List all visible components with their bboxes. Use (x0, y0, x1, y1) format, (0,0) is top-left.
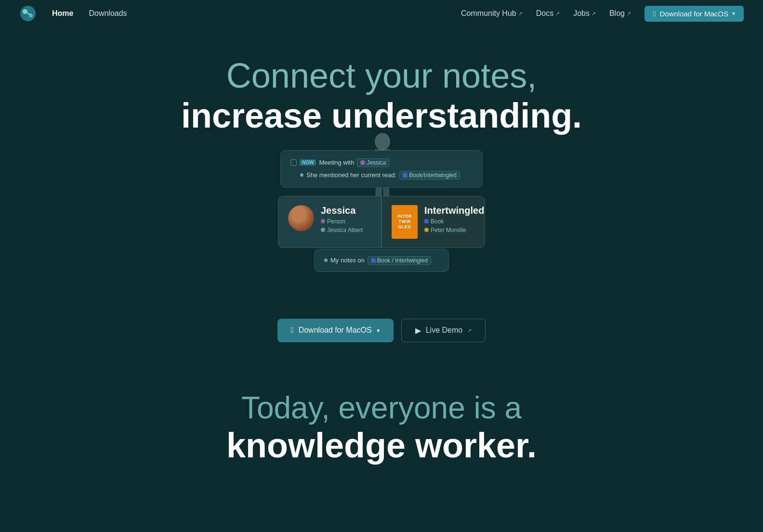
note-card: NOW Meeting with Jessica She mentioned h… (280, 150, 483, 188)
person-info: Jessica Person Jessica Albert (321, 205, 363, 234)
person-tag: Person (321, 218, 363, 225)
external-link-icon: ↗ (592, 11, 596, 17)
book-author-tag: Peter Morville (424, 227, 484, 234)
chevron-down-icon: ▾ (732, 10, 735, 17)
cta-live-demo-button[interactable]: ▶ Live Demo ↗ (401, 319, 486, 342)
bottom-note-card: My notes on Book / Intertwingled (314, 249, 449, 272)
hero-section: Connect your notes, increase understandi… (0, 27, 763, 342)
navbar: Home Downloads Community Hub ↗ Docs ↗ Jo… (0, 0, 763, 27)
svg-point-1 (23, 9, 27, 14)
nav-home-link[interactable]: Home (52, 9, 73, 18)
person-dot-icon (321, 219, 325, 223)
person-name: Jessica (321, 205, 363, 216)
cta-download-button[interactable]:  Download for MacOS ▾ (277, 319, 394, 342)
book-tag: Book (424, 218, 484, 225)
bottom-section: Today, everyone is a knowledge worker. (0, 390, 763, 485)
person-subtag: Jessica Albert (321, 227, 363, 234)
svg-point-4 (375, 133, 390, 150)
external-link-icon: ↗ (518, 11, 523, 17)
avatar (288, 205, 314, 231)
demo-area: NOW Meeting with Jessica She mentioned h… (174, 145, 589, 290)
apple-icon:  (291, 326, 294, 335)
book-dot-icon (424, 219, 429, 223)
apple-icon:  (653, 10, 656, 18)
nav-blog-link[interactable]: Blog ↗ (609, 9, 631, 18)
hero-title: Connect your notes, increase understandi… (181, 56, 582, 136)
book-tag[interactable]: Book/Intertwingled (399, 171, 460, 180)
bottom-book-tag[interactable]: Book / Intertwingled (368, 256, 431, 265)
book-cover: INTER TWIN GLED (392, 205, 418, 239)
logo-icon[interactable] (19, 5, 37, 22)
external-link-icon: ↗ (627, 11, 631, 17)
external-link-icon: ↗ (467, 327, 472, 334)
link-dot-icon (321, 228, 325, 232)
chevron-down-icon: ▾ (377, 327, 380, 334)
nav-downloads-link[interactable]: Downloads (89, 9, 127, 18)
bullet-icon (300, 173, 303, 177)
jessica-tag[interactable]: Jessica (357, 158, 389, 167)
checkbox-icon (290, 159, 297, 166)
person-card[interactable]: Jessica Person Jessica Albert (278, 196, 382, 248)
book-icon (371, 258, 376, 263)
play-icon: ▶ (415, 326, 421, 335)
book-title: Intertwingled (424, 205, 484, 216)
book-card[interactable]: INTER TWIN GLED Intertwingled Book Peter… (382, 196, 485, 248)
bullet-icon (324, 259, 328, 262)
nav-community-hub-link[interactable]: Community Hub ↗ (461, 9, 523, 18)
nav-jobs-link[interactable]: Jobs ↗ (573, 9, 596, 18)
author-dot-icon (424, 228, 429, 232)
nav-docs-link[interactable]: Docs ↗ (536, 9, 560, 18)
cta-section:  Download for MacOS ▾ ▶ Live Demo ↗ (277, 319, 486, 342)
hover-cards-container: Jessica Person Jessica Albert (278, 196, 485, 248)
external-link-icon: ↗ (555, 11, 560, 17)
bottom-line2: knowledge worker. (0, 426, 763, 466)
book-icon (403, 173, 408, 178)
nav-download-button[interactable]:  Download for MacOS ▾ (645, 6, 744, 22)
bottom-line1: Today, everyone is a (0, 390, 763, 426)
person-icon (360, 160, 365, 165)
now-badge: NOW (300, 159, 316, 166)
book-info: Intertwingled Book Peter Morville (424, 205, 484, 234)
